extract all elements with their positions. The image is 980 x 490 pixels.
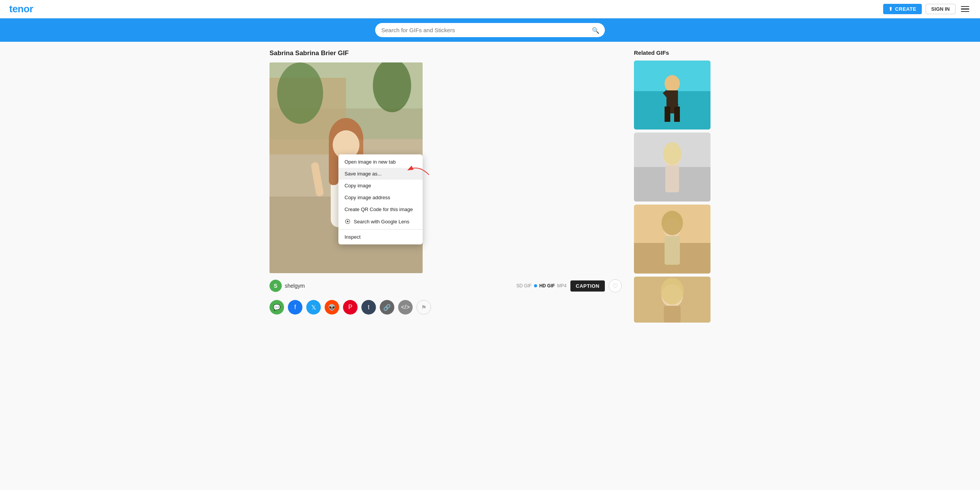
menu-line (961, 6, 969, 7)
context-qr-label: Create QR Code for this image (345, 206, 413, 212)
google-lens-icon (345, 218, 351, 225)
header-actions: ⬆ CREATE SIGN IN (883, 4, 971, 14)
related-gif-item[interactable] (634, 133, 710, 202)
signin-button[interactable]: SIGN IN (926, 4, 956, 14)
red-arrow (403, 162, 434, 177)
page-content: Sabrina Sabrina Brier GIF (260, 42, 720, 330)
svg-point-34 (662, 211, 683, 235)
context-save-label: Save image as... (345, 171, 382, 177)
hd-gif-label[interactable]: HD GIF (539, 283, 555, 288)
upload-icon: ⬆ (889, 6, 893, 12)
sd-gif-label[interactable]: SD GIF (516, 283, 532, 288)
page-title: Sabrina Sabrina Brier GIF (270, 49, 622, 57)
username[interactable]: shelgym (285, 283, 305, 289)
share-reddit-button[interactable]: 👽 (325, 300, 339, 315)
context-copy-address[interactable]: Copy image address (338, 192, 423, 203)
user-info: S shelgym (270, 280, 305, 292)
share-pinterest-button[interactable]: P (343, 300, 358, 315)
related-gif-1-visual (634, 61, 710, 129)
svg-point-29 (663, 142, 681, 165)
related-sidebar: Related GIFs (634, 49, 710, 323)
logo[interactable]: tenor (9, 3, 33, 15)
svg-rect-37 (664, 306, 681, 323)
favorite-button[interactable]: ♡ (609, 279, 622, 292)
related-gif-item[interactable] (634, 277, 710, 323)
header: tenor ⬆ CREATE SIGN IN (0, 0, 980, 18)
context-inspect-label: Inspect (345, 234, 361, 240)
gif-bottom-bar: S shelgym SD GIF HD GIF MP4 CAPTION ♡ (270, 278, 622, 294)
gif-container: Open image in new tab Save image as... C… (270, 62, 423, 273)
link-icon: 🔗 (383, 304, 391, 311)
svg-rect-28 (665, 166, 679, 192)
embed-icon: </> (401, 304, 410, 311)
messages-icon: 💬 (273, 304, 281, 311)
context-lens-label: Search with Google Lens (354, 219, 409, 225)
related-gifs-list (634, 61, 710, 323)
share-row: 💬 f 𝕏 👽 P t 🔗 </> ⚑ (270, 300, 622, 315)
search-wrap: 🔍 (375, 23, 605, 37)
share-twitter-button[interactable]: 𝕏 (306, 300, 321, 315)
related-gif-item[interactable] (634, 61, 710, 129)
menu-line (961, 11, 969, 12)
related-gif-item[interactable] (634, 205, 710, 274)
context-create-qr[interactable]: Create QR Code for this image (338, 203, 423, 215)
hd-dot (534, 284, 537, 287)
share-embed-button[interactable]: </> (398, 300, 413, 315)
format-options: SD GIF HD GIF MP4 (516, 283, 567, 288)
related-title: Related GIFs (634, 49, 710, 56)
twitter-icon: 𝕏 (311, 304, 316, 311)
svg-rect-33 (665, 236, 680, 265)
caption-button[interactable]: CAPTION (570, 280, 605, 292)
facebook-icon: f (294, 304, 296, 311)
menu-line (961, 8, 969, 10)
tumblr-icon: t (368, 304, 369, 311)
svg-point-5 (277, 62, 323, 124)
svg-point-20 (665, 75, 680, 92)
svg-point-38 (661, 278, 684, 305)
user-avatar: S (270, 280, 282, 292)
search-icon: 🔍 (592, 27, 599, 33)
context-copy-label: Copy image (345, 183, 371, 188)
context-copy-address-label: Copy image address (345, 195, 390, 200)
related-gif-3-visual (634, 205, 710, 274)
mp4-label[interactable]: MP4 (557, 283, 567, 288)
svg-rect-22 (665, 107, 670, 122)
related-gif-4-visual (634, 277, 710, 323)
related-gif-2-visual (634, 133, 710, 202)
menu-button[interactable] (959, 5, 971, 14)
pinterest-icon: P (348, 304, 353, 311)
context-open-label: Open image in new tab (345, 159, 396, 165)
create-label: CREATE (895, 6, 916, 12)
share-link-button[interactable]: 🔗 (380, 300, 394, 315)
svg-rect-23 (674, 107, 680, 122)
share-facebook-button[interactable]: f (288, 300, 302, 315)
context-copy-image[interactable]: Copy image (338, 180, 423, 192)
share-tumblr-button[interactable]: t (361, 300, 376, 315)
context-inspect[interactable]: Inspect (338, 231, 423, 243)
context-menu-divider (338, 229, 423, 229)
svg-point-16 (347, 221, 349, 223)
share-messages-button[interactable]: 💬 (270, 300, 284, 315)
search-bar: 🔍 (0, 18, 980, 42)
flag-icon: ⚑ (421, 304, 426, 311)
search-input[interactable] (375, 23, 605, 37)
search-button[interactable]: 🔍 (592, 26, 599, 34)
main-area: Sabrina Sabrina Brier GIF (270, 49, 622, 323)
gif-options: SD GIF HD GIF MP4 CAPTION ♡ (516, 279, 622, 292)
share-flag-button[interactable]: ⚑ (416, 300, 431, 315)
reddit-icon: 👽 (328, 304, 336, 311)
context-google-lens[interactable]: Search with Google Lens (338, 215, 423, 228)
heart-icon: ♡ (612, 282, 618, 290)
create-button[interactable]: ⬆ CREATE (883, 4, 922, 14)
